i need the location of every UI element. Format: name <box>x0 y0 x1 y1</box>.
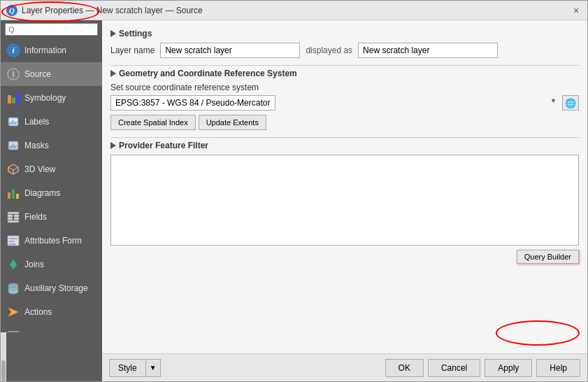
actions-icon <box>6 305 20 319</box>
sidebar-label-symbology: Symbology <box>24 93 66 103</box>
globe-button[interactable]: 🌐 <box>562 95 579 111</box>
cancel-button[interactable]: Cancel <box>428 359 480 377</box>
style-dropdown-button[interactable]: ▼ <box>146 359 161 377</box>
provider-section-header: Provider Feature Filter <box>110 141 579 150</box>
separator-1 <box>110 65 579 66</box>
svg-rect-19 <box>8 215 13 217</box>
provider-section-label: Provider Feature Filter <box>119 141 208 150</box>
displayed-as-input[interactable] <box>358 43 498 58</box>
crs-dropdown-wrapper: EPSG:3857 - WGS 84 / Pseudo-Mercator <box>110 95 559 111</box>
joins-icon <box>6 257 20 271</box>
crs-label: Set source coordinate reference system <box>110 83 579 92</box>
sidebar-label-display: Display <box>24 331 52 332</box>
svg-rect-16 <box>12 190 15 199</box>
sidebar-item-auxiliarystorage[interactable]: Auxiliary Storage <box>1 276 102 300</box>
svg-marker-34 <box>8 308 18 316</box>
sidebar-label-masks: Masks <box>24 141 49 150</box>
display-icon <box>6 329 20 332</box>
sidebar-item-3dview[interactable]: 3D View <box>1 157 102 181</box>
sidebar-scroll-thumb <box>1 360 6 381</box>
svg-rect-27 <box>9 243 16 245</box>
svg-rect-25 <box>9 238 17 239</box>
fields-icon <box>6 210 20 224</box>
svg-point-33 <box>8 290 18 294</box>
settings-section-header: Settings <box>110 29 579 38</box>
labels-icon: abc <box>6 115 20 129</box>
crs-row: EPSG:3857 - WGS 84 / Pseudo-Mercator 🌐 <box>110 95 579 111</box>
displayed-as-label: displayed as <box>306 45 352 55</box>
sidebar-item-information[interactable]: i Information <box>1 38 102 62</box>
geometry-triangle <box>110 70 116 77</box>
create-spatial-index-button[interactable]: Create Spatial Index <box>110 115 196 130</box>
dialog-title: Layer Properties — New scratch layer — S… <box>22 6 203 15</box>
sidebar-label-information: Information <box>24 45 66 55</box>
settings-row: Layer name displayed as <box>110 43 579 58</box>
search-input[interactable] <box>5 23 98 36</box>
sidebar-label-diagrams: Diagrams <box>24 188 60 198</box>
sidebar-item-fields[interactable]: Fields <box>1 205 102 229</box>
crs-dropdown[interactable]: EPSG:3857 - WGS 84 / Pseudo-Mercator <box>110 95 275 111</box>
auxiliarystorage-icon <box>6 281 20 295</box>
search-box[interactable] <box>1 20 102 38</box>
main-content: Settings Layer name displayed as Geometr… <box>102 20 587 381</box>
source-icon <box>6 67 20 81</box>
svg-rect-6 <box>16 93 20 104</box>
masks-icon: abc <box>6 139 20 153</box>
settings-triangle <box>110 30 116 37</box>
provider-filter-box[interactable] <box>110 155 579 246</box>
update-extents-button[interactable]: Update Extents <box>199 115 266 130</box>
settings-section-label: Settings <box>119 29 152 38</box>
sidebar-label-attributesform: Attributes Form <box>24 236 82 246</box>
sidebar-label-actions: Actions <box>24 307 52 317</box>
sidebar: i Information Source <box>1 20 102 381</box>
layer-name-input[interactable] <box>160 43 300 58</box>
3dview-icon <box>6 162 20 176</box>
sidebar-item-joins[interactable]: Joins <box>1 253 102 276</box>
svg-rect-18 <box>8 212 19 214</box>
svg-text:abc: abc <box>9 143 17 150</box>
help-button[interactable]: Help <box>536 359 580 377</box>
query-builder-button[interactable]: Query Builder <box>517 250 579 264</box>
layer-name-label: Layer name <box>110 45 155 55</box>
style-btn-group: Style ▼ <box>109 359 161 377</box>
information-icon: i <box>6 43 20 57</box>
sidebar-item-source[interactable]: Source <box>1 62 102 86</box>
sidebar-label-3dview: 3D View <box>24 164 55 174</box>
svg-rect-35 <box>8 332 19 332</box>
query-builder-row: Query Builder <box>110 250 579 264</box>
sidebar-items: i Information Source <box>1 38 102 332</box>
provider-triangle <box>110 142 116 149</box>
sidebar-item-display[interactable]: Display <box>1 324 102 332</box>
ok-button[interactable]: OK <box>385 359 424 377</box>
apply-button[interactable]: Apply <box>485 359 532 377</box>
sidebar-item-diagrams[interactable]: Diagrams <box>1 181 102 205</box>
attributesform-icon <box>6 234 20 248</box>
content-area: Settings Layer name displayed as Geometr… <box>102 20 587 353</box>
title-bar: Q Layer Properties — New scratch layer —… <box>1 1 587 20</box>
svg-rect-15 <box>8 192 10 199</box>
sidebar-scrollbar[interactable] <box>1 332 6 381</box>
sidebar-label-source: Source <box>24 69 51 79</box>
svg-rect-4 <box>8 95 11 104</box>
geometry-section-header: Geometry and Coordinate Reference System <box>110 69 579 78</box>
sidebar-item-masks[interactable]: abc Masks <box>1 134 102 157</box>
style-button[interactable]: Style <box>109 359 146 377</box>
svg-rect-22 <box>14 218 19 220</box>
svg-rect-17 <box>16 194 19 199</box>
svg-rect-26 <box>9 241 15 242</box>
crs-section: Set source coordinate reference system E… <box>110 83 579 130</box>
geometry-section-label: Geometry and Coordinate Reference System <box>119 69 297 78</box>
svg-rect-5 <box>12 97 15 104</box>
svg-text:abc: abc <box>9 119 18 126</box>
diagrams-icon <box>6 186 20 200</box>
svg-marker-28 <box>10 260 17 269</box>
app-icon: Q <box>6 5 17 16</box>
sidebar-item-symbology[interactable]: Symbology <box>1 86 102 110</box>
close-button[interactable]: × <box>571 5 582 16</box>
sidebar-item-labels[interactable]: abc Labels <box>1 110 102 134</box>
crs-buttons-row: Create Spatial Index Update Extents <box>110 115 579 130</box>
sidebar-item-attributesform[interactable]: Attributes Form <box>1 229 102 253</box>
sidebar-label-fields: Fields <box>24 212 47 222</box>
sidebar-item-actions[interactable]: Actions <box>1 300 102 324</box>
svg-rect-21 <box>8 218 13 220</box>
